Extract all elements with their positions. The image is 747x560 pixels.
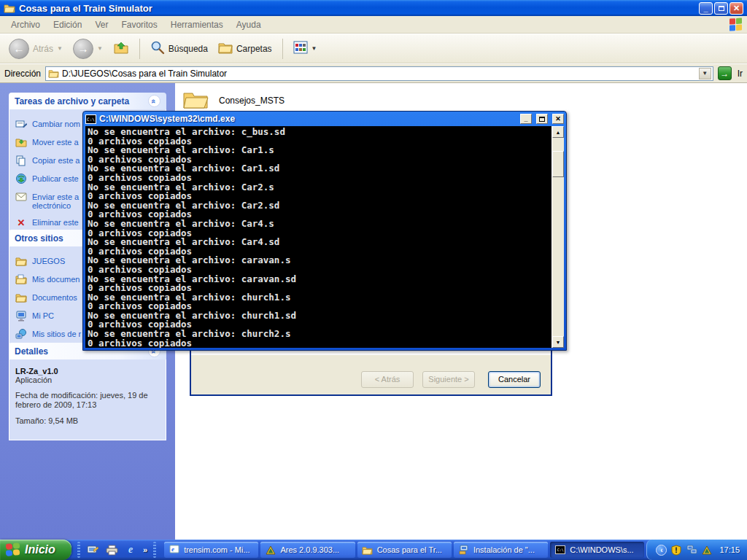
taskbar-buttons: e trensim.com - Mi... Ares 2.0.9.303... … (162, 542, 646, 558)
file-tasks-header[interactable]: Tareas de archivo y carpeta « (9, 93, 166, 109)
minimize-button[interactable]: _ (699, 2, 713, 15)
folder-icon (15, 255, 27, 267)
window-title: Cosas para el Train Simulator (19, 3, 697, 14)
details-file-name: LR-Za_v1.0 (15, 367, 160, 376)
restore-button[interactable] (714, 2, 728, 15)
move-folder-icon (15, 136, 27, 148)
email-icon (15, 191, 27, 203)
views-button[interactable]: ▼ (290, 39, 320, 58)
scroll-up-icon[interactable]: ▲ (552, 126, 564, 138)
taskbar-separator[interactable] (77, 542, 80, 558)
computer-icon (15, 310, 27, 322)
windows-logo-icon (729, 18, 743, 31)
folder-icon (47, 68, 59, 79)
security-shield-icon[interactable] (670, 544, 682, 556)
taskbar-button-ares[interactable]: Ares 2.0.9.303... (260, 542, 355, 558)
menu-ayuda[interactable]: Ayuda (230, 18, 268, 32)
open-folder-icon (4, 2, 15, 14)
taskbar-button-trensim[interactable]: e trensim.com - Mi... (164, 542, 258, 558)
toolbar-separator (282, 39, 283, 59)
folder-item-label: Consejos_MSTS (219, 96, 285, 106)
taskbar-button-cosas-folder[interactable]: Cosas para el Tr... (357, 542, 452, 558)
address-input-box: ▼ (45, 66, 713, 81)
network-places-icon (15, 328, 27, 340)
folder-up-icon (113, 39, 129, 58)
menu-favoritos[interactable]: Favoritos (115, 18, 163, 32)
address-input[interactable] (62, 69, 699, 79)
cmd-body: No se encuentra el archivo: c_bus.sd 0 a… (85, 126, 564, 348)
menu-archivo[interactable]: Archivo (4, 18, 47, 32)
my-documents-icon (15, 273, 27, 285)
back-button[interactable]: ← Atrás ▼ (6, 37, 66, 61)
address-label: Dirección (4, 69, 41, 79)
search-button[interactable]: Búsqueda (147, 39, 211, 59)
open-folder-icon (182, 89, 209, 112)
scrollbar-thumb[interactable] (552, 151, 564, 177)
folder-icon (362, 544, 374, 556)
views-dropdown-icon[interactable]: ▼ (311, 45, 317, 52)
folders-button[interactable]: Carpetas (215, 39, 275, 58)
copy-icon (15, 155, 27, 166)
forward-dropdown-icon[interactable]: ▼ (97, 45, 103, 52)
wizard-next-button[interactable]: Siguiente > (422, 371, 475, 388)
cmd-icon: C:\ (85, 114, 96, 124)
taskbar-separator[interactable] (153, 542, 156, 558)
up-folder-button[interactable] (110, 38, 132, 60)
views-grid-icon (293, 41, 308, 57)
address-bar: Dirección ▼ → Ir (0, 64, 747, 83)
forward-button[interactable]: → ▼ (70, 37, 106, 61)
installer-icon (458, 544, 470, 556)
go-button[interactable]: → (718, 66, 732, 80)
back-dropdown-icon[interactable]: ▼ (57, 45, 63, 52)
explorer-toolbar: ← Atrás ▼ → ▼ Búsqueda Carpetas (0, 34, 747, 63)
internet-explorer-icon[interactable]: e (124, 543, 137, 556)
system-tray: ‹ 17:15 (646, 540, 747, 560)
search-icon (150, 40, 165, 58)
address-dropdown-icon[interactable]: ▼ (699, 68, 711, 79)
start-button[interactable]: Inicio (0, 540, 71, 560)
cmd-titlebar[interactable]: C:\ C:\WINDOWS\system32\cmd.exe _ ✕ (83, 112, 566, 126)
menu-ver[interactable]: Ver (88, 18, 115, 32)
desktop-screen: Cosas para el Train Simulator _ ✕ Archiv… (0, 0, 747, 560)
details-modified: Fecha de modificación: jueves, 19 de feb… (15, 391, 160, 410)
taskbar-button-cmd[interactable]: C:\ C:\WINDOWS\s... (550, 542, 644, 558)
rename-icon (15, 118, 27, 130)
svg-text:e: e (171, 545, 174, 553)
network-icon[interactable] (686, 544, 697, 556)
cmd-maximize-button[interactable] (536, 114, 548, 124)
file-list-folder-item[interactable]: Consejos_MSTS (182, 89, 285, 112)
scroll-down-icon[interactable]: ▼ (552, 336, 564, 348)
printer-icon[interactable] (105, 543, 118, 556)
cmd-title-text: C:\WINDOWS\system32\cmd.exe (99, 114, 516, 124)
details-size: Tamaño: 9,54 MB (15, 416, 160, 426)
menu-herramientas[interactable]: Herramientas (164, 18, 230, 32)
wizard-cancel-button[interactable]: Cancelar (488, 371, 541, 388)
cmd-icon: C:\ (554, 544, 566, 556)
internet-explorer-icon: e (169, 544, 180, 556)
details-panel: Detalles « LR-Za_v1.0 Aplicación Fecha d… (9, 343, 166, 440)
cmd-minimize-button[interactable]: _ (520, 114, 532, 124)
details-file-type: Aplicación (15, 376, 160, 384)
cmd-scrollbar[interactable]: ▲ ▼ (551, 126, 564, 348)
folders-icon (218, 41, 233, 57)
cmd-close-button[interactable]: ✕ (552, 114, 564, 124)
delete-x-icon: ✕ (15, 217, 27, 228)
menu-bar: Archivo Edición Ver Favoritos Herramient… (0, 16, 747, 34)
close-button[interactable]: ✕ (729, 2, 743, 15)
explorer-titlebar: Cosas para el Train Simulator _ ✕ (0, 0, 747, 16)
cmd-window: C:\ C:\WINDOWS\system32\cmd.exe _ ✕ No s… (82, 111, 567, 351)
ares-tray-icon[interactable] (701, 544, 713, 556)
collapse-chevron-icon[interactable]: « (148, 95, 160, 107)
tray-collapse-chevron-icon[interactable]: ‹ (656, 545, 667, 556)
console-output: No se encuentra el archivo: c_bus.sd 0 a… (85, 126, 551, 348)
show-desktop-icon[interactable] (86, 543, 99, 556)
publish-globe-icon (15, 173, 27, 184)
details-body: LR-Za_v1.0 Aplicación Fecha de modificac… (9, 359, 166, 440)
taskbar-button-instalacion[interactable]: Instalación de "... (454, 542, 548, 558)
quick-launch-overflow-icon[interactable]: » (143, 545, 147, 554)
wizard-back-button[interactable]: < Atrás (361, 371, 414, 388)
clock[interactable]: 17:15 (719, 545, 740, 554)
menu-edicion[interactable]: Edición (47, 18, 88, 32)
quick-launch: e » (71, 542, 162, 558)
taskbar: Inicio e » e trensim.com - Mi... (0, 540, 747, 560)
